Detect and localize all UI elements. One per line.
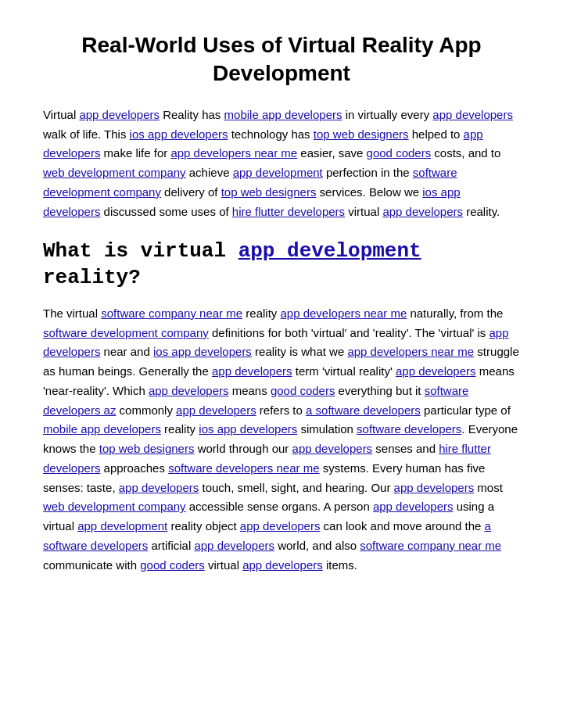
- inline-link[interactable]: ios app developers: [153, 345, 252, 358]
- inline-link[interactable]: top web designers: [221, 185, 317, 199]
- inline-link[interactable]: ios app developers: [199, 422, 297, 436]
- inline-link[interactable]: app developers: [176, 403, 256, 417]
- section-heading-link[interactable]: app development: [238, 239, 421, 263]
- inline-link[interactable]: app developers: [396, 364, 476, 378]
- inline-link[interactable]: software developers near me: [168, 461, 319, 475]
- inline-link[interactable]: app development: [233, 166, 323, 179]
- inline-link[interactable]: software company near me: [101, 307, 242, 320]
- inline-link[interactable]: app developers: [382, 205, 463, 218]
- inline-link[interactable]: app developers near me: [347, 345, 474, 358]
- inline-link[interactable]: a software developers: [306, 403, 421, 417]
- inline-link[interactable]: app developers near me: [170, 146, 297, 160]
- inline-link[interactable]: top web designers: [99, 442, 195, 455]
- inline-link[interactable]: app developers: [373, 500, 454, 513]
- inline-link[interactable]: app developers: [240, 519, 321, 533]
- inline-link[interactable]: app developers: [79, 108, 160, 121]
- section-heading: What is virtual app development reality?: [43, 238, 520, 292]
- inline-link[interactable]: top web designers: [314, 127, 409, 141]
- intro-paragraph: Virtual app developers Reality has mobil…: [43, 106, 520, 222]
- inline-link[interactable]: app developers: [212, 364, 292, 378]
- inline-link[interactable]: good coders: [271, 384, 335, 397]
- inline-link[interactable]: mobile app developers: [43, 422, 161, 436]
- inline-link[interactable]: hire flutter developers: [232, 205, 345, 218]
- inline-link[interactable]: app developers: [194, 539, 274, 552]
- inline-link[interactable]: app development: [77, 519, 167, 533]
- inline-link[interactable]: ios app developers: [130, 127, 228, 141]
- page-container: Real-World Uses of Virtual Reality App D…: [0, 0, 563, 623]
- inline-link[interactable]: app developers: [292, 442, 373, 455]
- inline-link[interactable]: good coders: [140, 558, 205, 572]
- body-paragraph: The virtual software company near me rea…: [43, 304, 520, 576]
- inline-link[interactable]: software development company: [43, 326, 209, 339]
- inline-link[interactable]: app developers: [119, 481, 199, 494]
- inline-link[interactable]: app developers near me: [280, 307, 407, 320]
- inline-link[interactable]: app developers: [394, 481, 475, 494]
- inline-link[interactable]: app developers: [149, 384, 229, 397]
- inline-link[interactable]: app developers: [242, 558, 323, 572]
- inline-link[interactable]: web development company: [43, 166, 186, 179]
- main-title: Real-World Uses of Virtual Reality App D…: [43, 31, 520, 88]
- inline-link[interactable]: mobile app developers: [224, 108, 342, 121]
- inline-link[interactable]: good coders: [367, 146, 432, 160]
- inline-link[interactable]: web development company: [43, 500, 186, 513]
- inline-link[interactable]: app developers: [432, 108, 513, 121]
- inline-link[interactable]: software company near me: [360, 539, 501, 552]
- inline-link[interactable]: software developers: [357, 422, 461, 436]
